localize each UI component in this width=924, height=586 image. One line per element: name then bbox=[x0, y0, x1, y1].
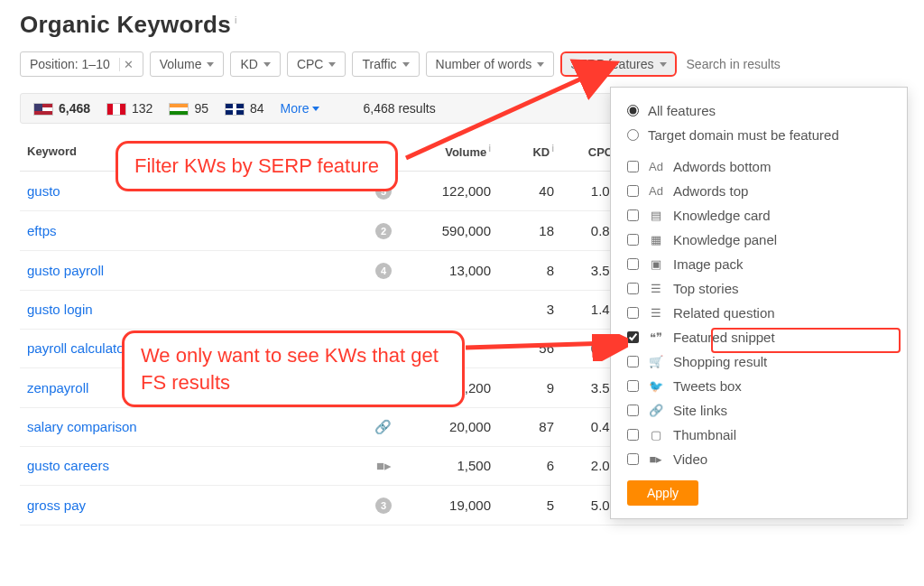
keyword-link[interactable]: gusto login bbox=[27, 302, 93, 317]
serp-option[interactable]: ■▸ Video bbox=[611, 447, 907, 471]
position-badge: 3 bbox=[375, 498, 392, 514]
cell-kd: 8 bbox=[498, 250, 561, 290]
callout-fs-results: We only want to see KWs that get FS resu… bbox=[122, 330, 465, 407]
keyword-link[interactable]: eftps bbox=[27, 223, 57, 238]
keyword-link[interactable]: zenpayroll bbox=[27, 380, 88, 395]
feature-icon: ❝❞ bbox=[648, 331, 664, 344]
country-ca[interactable]: 132 bbox=[106, 101, 152, 116]
cell-volume: 19,000 bbox=[399, 485, 498, 525]
cell-kd: 3 bbox=[498, 290, 561, 329]
country-gb[interactable]: 84 bbox=[225, 101, 264, 116]
feature-icon: ▢ bbox=[648, 429, 664, 442]
country-in[interactable]: 95 bbox=[169, 101, 208, 116]
cell-kd: 6 bbox=[498, 446, 561, 485]
apply-button[interactable]: Apply bbox=[627, 480, 698, 506]
cell-volume: 1,500 bbox=[399, 446, 498, 485]
cell-kd: 18 bbox=[498, 210, 561, 250]
callout-filter-serp: Filter KWs by SERP feature bbox=[116, 141, 398, 191]
serp-option[interactable]: 🛒 Shopping result bbox=[611, 349, 907, 374]
keyword-link[interactable]: gusto careers bbox=[27, 458, 109, 473]
opt-target-domain[interactable]: Target domain must be featured bbox=[611, 123, 907, 147]
serp-option[interactable]: ▦ Knowledge panel bbox=[611, 228, 907, 252]
serp-option[interactable]: ▤ Knowledge card bbox=[611, 203, 907, 228]
filter-volume[interactable]: Volume bbox=[150, 51, 225, 77]
page-title: Organic Keywordsi bbox=[20, 11, 904, 39]
video-icon: ■▸ bbox=[376, 458, 392, 473]
serp-option[interactable]: ▢ Thumbnail bbox=[611, 423, 907, 447]
cell-kd: 5 bbox=[498, 485, 561, 525]
cell-volume: 20,000 bbox=[399, 407, 498, 446]
more-countries[interactable]: More bbox=[281, 101, 320, 116]
feature-icon: ☰ bbox=[648, 283, 664, 295]
feature-icon: ▦ bbox=[648, 234, 664, 246]
country-us[interactable]: 6,468 bbox=[33, 101, 90, 116]
cell-kd: 9 bbox=[498, 367, 561, 407]
serp-option[interactable]: ☰ Top stories bbox=[611, 276, 907, 301]
filter-position[interactable]: Position: 1–10✕ bbox=[20, 51, 143, 77]
serp-option[interactable]: ❝❞ Featured snippet bbox=[611, 325, 907, 349]
arrow-to-serp-chip bbox=[388, 54, 623, 163]
cell-volume: 122,000 bbox=[399, 171, 498, 210]
serp-option[interactable]: Ad Adwords top bbox=[611, 179, 907, 203]
feature-icon: ▤ bbox=[648, 209, 664, 222]
link-icon: 🔗 bbox=[374, 419, 392, 434]
feature-icon: 🛒 bbox=[648, 356, 664, 368]
feature-icon: ☰ bbox=[648, 307, 664, 320]
cell-volume: 13,000 bbox=[399, 250, 498, 290]
serp-option[interactable]: 🔗 Site links bbox=[611, 398, 907, 423]
svg-line-1 bbox=[466, 343, 610, 348]
svg-line-0 bbox=[406, 72, 596, 158]
feature-icon: ■▸ bbox=[648, 453, 664, 466]
serp-option[interactable]: 🐦 Tweets box bbox=[611, 374, 907, 398]
feature-icon: ▣ bbox=[648, 258, 664, 271]
cell-volume bbox=[399, 290, 498, 329]
serp-option[interactable]: Ad Adwords bottom bbox=[611, 154, 907, 179]
opt-all-features[interactable]: All features bbox=[611, 98, 907, 123]
search-input[interactable] bbox=[683, 51, 827, 77]
filter-cpc[interactable]: CPC bbox=[287, 51, 346, 77]
serp-option[interactable]: ▣ Image pack bbox=[611, 252, 907, 276]
keyword-link[interactable]: salary comparison bbox=[27, 419, 137, 434]
cell-kd: 87 bbox=[498, 407, 561, 446]
feature-icon: 🐦 bbox=[648, 380, 664, 393]
arrow-to-featured-snippet bbox=[466, 334, 628, 361]
feature-icon: 🔗 bbox=[648, 405, 664, 417]
cell-volume: 590,000 bbox=[399, 210, 498, 250]
serp-features-dropdown: All features Target domain must be featu… bbox=[610, 87, 908, 519]
keyword-link[interactable]: gusto bbox=[27, 183, 60, 199]
filter-kd[interactable]: KD bbox=[230, 51, 280, 77]
position-badge: 4 bbox=[375, 263, 392, 279]
serp-option[interactable]: ☰ Related question bbox=[611, 301, 907, 325]
feature-icon: Ad bbox=[648, 161, 664, 173]
remove-position-icon[interactable]: ✕ bbox=[119, 58, 134, 71]
keyword-link[interactable]: gusto payroll bbox=[27, 263, 104, 278]
cell-kd: 40 bbox=[498, 171, 561, 210]
position-badge: 2 bbox=[375, 223, 392, 239]
keyword-link[interactable]: gross pay bbox=[27, 498, 86, 513]
feature-icon: Ad bbox=[648, 185, 664, 198]
keyword-link[interactable]: payroll calculator bbox=[27, 340, 129, 356]
